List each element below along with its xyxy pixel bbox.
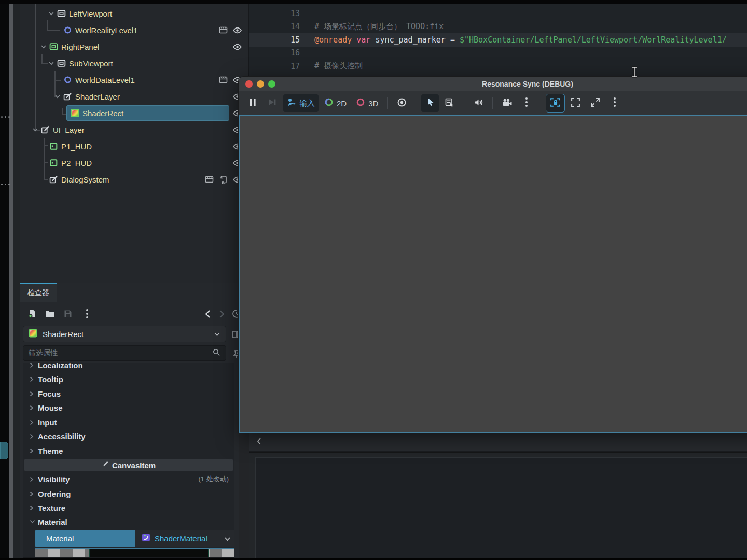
game-toolbar-pause-button[interactable] [244,94,261,112]
script-toggle-script-icon[interactable] [218,175,228,184]
game-toolbar-expand-button[interactable] [566,94,584,112]
property-section-tooltip[interactable]: Tooltip [23,372,234,386]
game-debug-toolbar: 输入2D3D [239,91,747,115]
zoom-window-icon[interactable] [268,80,275,88]
docs-icon[interactable] [230,328,239,341]
eye-toggle-eye-icon[interactable] [232,25,242,35]
tree-node-label: UI_Layer [53,125,85,134]
subviewport-icon [57,59,66,68]
chevron-right-icon [30,391,36,397]
line-number: 17 [249,62,300,71]
chevron-down-icon [214,329,220,339]
history-list-icon[interactable] [230,307,239,320]
property-section-material[interactable]: Material [23,515,234,528]
history-forward-icon[interactable] [216,307,228,320]
game-window-title: Resonance Sync (DEBUG) [239,80,747,88]
collapse-chevron-icon[interactable] [256,437,261,447]
code-line-17[interactable]: 17# 摄像头控制 [249,60,747,73]
tree-node-P1_HUD[interactable]: P1_HUD [20,138,249,155]
tree-node-P2_HUD[interactable]: P2_HUD [20,155,249,171]
screen-bottom-strip [0,558,747,560]
minimize-window-icon[interactable] [257,80,264,88]
edited-object-selector[interactable]: ShaderRect [23,326,226,342]
property-section-mouse[interactable]: Mouse [23,401,234,414]
property-section-theme[interactable]: Theme [23,444,234,457]
property-section-input[interactable]: Input [23,415,234,429]
subviewport-icon [57,9,66,18]
code-lines: 1314# 场景标记点（同步台） TODO:fix15@onready var … [249,4,747,86]
clapper-toggle-clapper-icon[interactable] [204,175,214,184]
property-section-texture[interactable]: Texture [23,501,234,514]
game-window-titlebar[interactable]: Resonance Sync (DEBUG) [239,77,747,91]
code-line-13[interactable]: 13 [249,7,747,20]
dock-resize-handle[interactable] [9,4,13,558]
game-toolbar-target-button[interactable] [393,94,410,112]
game-toolbar-camera-lock-button[interactable] [546,94,564,112]
property-section-accessibility[interactable]: Accessibility [23,429,234,443]
tree-node-WorldDataLevel1[interactable]: WorldDataLevel1 [20,72,249,88]
material-property-value[interactable]: ShaderMaterial [135,530,234,547]
tree-node-ShaderLayer[interactable]: ShaderLayer [20,88,249,105]
clapper-toggle-clapper-icon[interactable] [218,75,228,85]
filter-properties-input[interactable]: 筛选属性 [23,345,226,361]
tree-node-UI_Layer[interactable]: UI_Layer [20,121,249,138]
history-back-icon[interactable] [201,307,214,320]
tree-node-label: WorlRealityLevel1 [75,26,138,35]
code-line-16[interactable]: 16 [249,47,747,60]
game-toolbar-fullscreen-button[interactable] [586,94,604,112]
tree-node-SubViewport[interactable]: SubViewport [20,55,249,72]
tree-node-LeftViewport[interactable]: LeftViewport [20,5,249,22]
game-toolbar-speaker-button[interactable] [469,94,487,112]
tree-node-DialogSystem[interactable]: DialogSystem [20,171,249,188]
game-viewport[interactable] [239,115,747,433]
tree-node-RightPanel[interactable]: RightPanel [20,38,249,55]
edge-teal-button[interactable] [0,442,8,459]
toolbar-separator [416,97,416,109]
tree-node-ShaderRect[interactable]: ShaderRect [20,105,249,121]
tab-inspector[interactable]: 检查器 [20,283,57,302]
game-toolbar-ring-3d-button[interactable]: 3D [352,94,382,112]
inspector-tab-label: 检查器 [27,288,49,298]
game-toolbar-next-frame-button[interactable] [264,94,281,112]
material-property-key[interactable]: Material [35,530,135,547]
code-line-14[interactable]: 14# 场景标记点（同步台） TODO:fix [249,20,747,34]
game-toolbar-menu-dots-button[interactable] [606,94,624,112]
property-section-ordering[interactable]: Ordering [23,487,234,500]
tree-node-label: P2_HUD [61,159,92,167]
game-toolbar-cursor-button[interactable] [421,94,439,112]
chevron-right-icon [30,448,36,454]
game-toolbar-menu-dots-button[interactable] [518,94,535,112]
pin-icon[interactable] [230,348,239,360]
chevron-down-icon[interactable] [48,10,54,17]
property-section-focus[interactable]: Focus [23,387,234,400]
game-toolbar-ring-2d-button[interactable]: 2D [321,94,350,112]
close-window-icon[interactable] [245,80,253,88]
eye-toggle-eye-icon[interactable] [232,42,242,51]
control-icon [49,159,58,167]
control-icon [49,142,58,151]
chevron-right-icon [30,405,36,411]
inspector-menu-dots-icon[interactable] [81,307,93,320]
code-line-15[interactable]: 15@onready var sync_pad_marker = $"HBoxC… [249,33,747,47]
property-section-localization[interactable]: Localization [23,363,234,372]
canvas-layer-icon [63,92,72,101]
clapper-toggle-clapper-icon[interactable] [218,25,228,35]
chevron-right-icon [30,419,36,425]
edited-object-name: ShaderRect [43,330,214,339]
tree-node-WorlRealityLevel1[interactable]: WorlRealityLevel1 [20,22,249,38]
toolbar-separator [492,97,493,109]
chevron-down-icon[interactable] [48,60,54,66]
chevron-down-icon[interactable] [32,127,38,133]
chevron-down-icon[interactable] [224,534,231,543]
game-toolbar-camera-button[interactable] [498,94,516,112]
new-resource-icon[interactable] [26,307,38,320]
node2d-icon [63,76,72,85]
game-toolbar-input-key-button[interactable]: 输入 [283,94,319,112]
load-resource-folder-icon[interactable] [44,307,56,320]
save-resource-icon[interactable] [62,307,74,320]
chevron-down-icon[interactable] [54,93,61,100]
game-toolbar-list-select-button[interactable] [441,94,459,112]
property-section-visibility[interactable]: Visibility(1 处改动) [23,472,234,486]
chevron-down-icon[interactable] [40,44,47,50]
chevron-right-icon [30,491,36,497]
